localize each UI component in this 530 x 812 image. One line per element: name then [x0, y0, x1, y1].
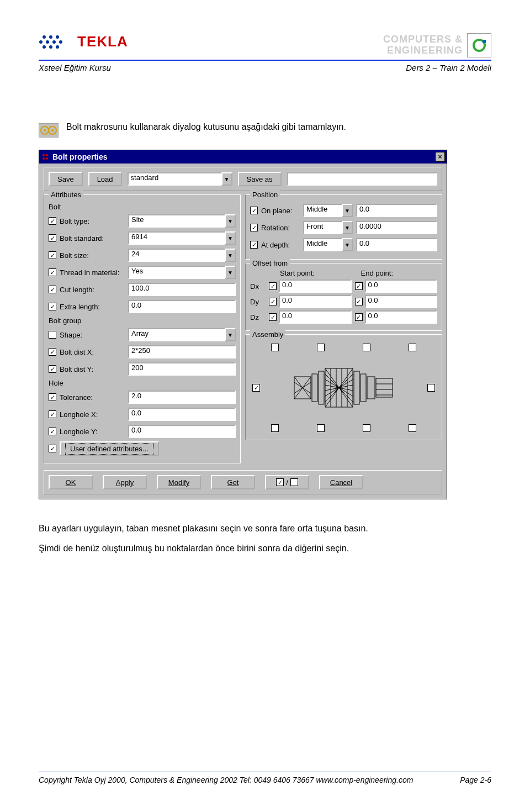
after-text-1: Bu ayarları uygulayın, taban mesnet plak…	[39, 521, 491, 536]
uda-button[interactable]: User defined attributes...	[60, 441, 159, 456]
svg-rect-42	[361, 374, 366, 402]
bolt-type-select[interactable]: Site▼	[128, 214, 236, 228]
chevron-down-icon[interactable]: ▼	[342, 204, 353, 217]
shape-check[interactable]	[49, 331, 56, 339]
dialog-title: Bolt properties	[52, 152, 108, 161]
longy-input[interactable]: 0.0	[128, 425, 236, 438]
thread-check[interactable]: ✓	[49, 268, 56, 276]
extra-length-check[interactable]: ✓	[49, 303, 56, 310]
atdepth-label: At depth:	[261, 241, 300, 249]
bolt-standard-select[interactable]: 6914▼	[128, 231, 236, 245]
save-button[interactable]: Save	[49, 172, 83, 186]
chevron-down-icon[interactable]: ▼	[342, 238, 353, 251]
asm-check-5[interactable]	[271, 424, 279, 432]
atdepth-select[interactable]: Middle▼	[303, 238, 353, 251]
asm-check-6[interactable]	[317, 424, 325, 432]
apply-button[interactable]: Apply	[103, 475, 147, 489]
dy-e-check[interactable]: ✓	[355, 298, 363, 305]
bolt-standard-label: Bolt standard:	[60, 234, 125, 242]
distx-input[interactable]: 2*250	[128, 345, 236, 358]
atdepth-input[interactable]: 0.0	[356, 238, 437, 251]
rotation-check[interactable]: ✓	[250, 224, 258, 231]
titlebar[interactable]: Bolt properties ×	[39, 150, 447, 164]
attributes-group: Attributes Bolt ✓Bolt type:Site▼ ✓Bolt s…	[44, 194, 241, 463]
rotation-select[interactable]: Front▼	[303, 221, 353, 234]
asm-check-3[interactable]	[363, 344, 370, 351]
toggle-button[interactable]: ✓/	[265, 475, 309, 489]
dx-e-input[interactable]: 0.0	[365, 280, 438, 293]
chevron-down-icon[interactable]: ▼	[221, 172, 232, 186]
dz-s-check[interactable]: ✓	[269, 313, 277, 321]
get-button[interactable]: Get	[211, 475, 255, 489]
dx-label: Dx	[250, 282, 266, 291]
chevron-down-icon[interactable]: ▼	[225, 231, 236, 245]
chevron-down-icon[interactable]: ▼	[225, 328, 236, 341]
close-icon[interactable]: ×	[435, 152, 445, 162]
dz-e-check[interactable]: ✓	[355, 313, 363, 321]
bolt-type-check[interactable]: ✓	[49, 217, 56, 225]
header-rule	[39, 60, 491, 61]
chevron-down-icon[interactable]: ▼	[225, 249, 236, 262]
onplane-input[interactable]: 0.0	[356, 204, 437, 217]
thread-label: Thread in material:	[60, 268, 125, 277]
saveas-name-input[interactable]	[287, 172, 437, 186]
disty-check[interactable]: ✓	[49, 365, 56, 373]
onplane-check[interactable]: ✓	[250, 207, 258, 214]
cancel-button[interactable]: Cancel	[319, 475, 363, 489]
disty-input[interactable]: 200	[128, 362, 236, 376]
lesson-name: Ders 2 – Train 2 Modeli	[406, 63, 491, 72]
bolt-type-label: Bolt type:	[60, 217, 125, 225]
svg-point-8	[49, 45, 52, 49]
bolt-size-select[interactable]: 24▼	[128, 249, 236, 262]
tekla-logo: TEKLA	[39, 33, 128, 50]
dz-s-input[interactable]: 0.0	[279, 310, 352, 324]
chevron-down-icon[interactable]: ▼	[342, 221, 353, 234]
cut-length-check[interactable]: ✓	[49, 286, 56, 293]
extra-length-input[interactable]: 0.0	[128, 300, 236, 313]
onplane-select[interactable]: Middle▼	[303, 204, 353, 217]
asm-check-right[interactable]	[427, 384, 435, 392]
shape-select[interactable]: Array▼	[128, 328, 236, 341]
thread-select[interactable]: Yes▼	[128, 266, 236, 279]
longx-input[interactable]: 0.0	[128, 408, 236, 421]
asm-check-4[interactable]	[409, 344, 416, 351]
chevron-down-icon[interactable]: ▼	[225, 266, 236, 279]
bolt-properties-dialog: Bolt properties × Save Load standard ▼ S…	[39, 150, 447, 499]
modify-button[interactable]: Modify	[157, 475, 201, 489]
after-text-2: Şimdi de henüz oluşturulmuş bu noktalard…	[39, 541, 491, 556]
svg-point-19	[43, 157, 45, 160]
dx-e-check[interactable]: ✓	[355, 282, 363, 290]
distx-check[interactable]: ✓	[49, 348, 56, 356]
chevron-down-icon[interactable]: ▼	[225, 214, 236, 228]
atdepth-check[interactable]: ✓	[250, 241, 258, 249]
preset-value[interactable]: standard	[128, 172, 221, 186]
dy-e-input[interactable]: 0.0	[365, 295, 438, 308]
saveas-button[interactable]: Save as	[238, 172, 282, 186]
page-number: Page 2-6	[460, 776, 491, 784]
cut-length-input[interactable]: 100.0	[128, 283, 236, 296]
dy-s-check[interactable]: ✓	[269, 298, 277, 305]
bolt-sublabel: Bolt	[49, 203, 236, 211]
dz-e-input[interactable]: 0.0	[365, 310, 438, 324]
load-button[interactable]: Load	[88, 172, 122, 186]
dy-s-input[interactable]: 0.0	[279, 295, 352, 308]
dx-s-check[interactable]: ✓	[269, 282, 277, 290]
asm-check-8[interactable]	[409, 424, 416, 432]
longx-check[interactable]: ✓	[49, 410, 56, 418]
tolerance-check[interactable]: ✓	[49, 393, 56, 401]
asm-check-7[interactable]	[363, 424, 370, 432]
asm-check-left[interactable]: ✓	[252, 384, 260, 392]
asm-check-1[interactable]	[271, 344, 279, 351]
uda-check[interactable]: ✓	[49, 445, 56, 452]
bolt-size-check[interactable]: ✓	[49, 251, 56, 259]
svg-rect-43	[367, 377, 375, 399]
tolerance-input[interactable]: 2.0	[128, 391, 236, 404]
preset-select[interactable]: standard ▼	[128, 172, 232, 186]
bolt-standard-check[interactable]: ✓	[49, 234, 56, 242]
ok-button[interactable]: OK	[49, 475, 93, 489]
longy-check[interactable]: ✓	[49, 428, 56, 435]
dx-s-input[interactable]: 0.0	[279, 280, 352, 293]
rotation-input[interactable]: 0.0000	[356, 221, 437, 234]
svg-point-9	[56, 45, 59, 49]
asm-check-2[interactable]	[317, 344, 325, 351]
